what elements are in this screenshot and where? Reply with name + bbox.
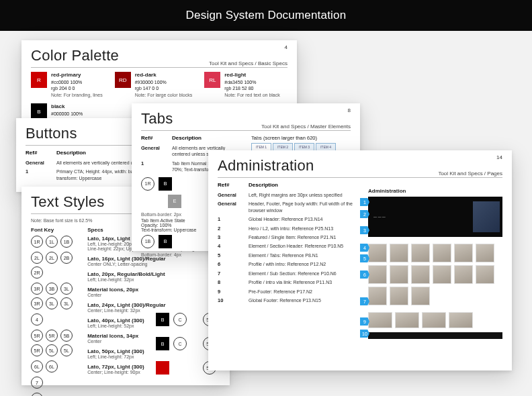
- table-row: 7Element / Sub Section: Reference P10.N6: [218, 270, 359, 277]
- spec-title: Lato, 20px, Regular/Bold/Light: [87, 271, 220, 277]
- swatch-chip: RL: [204, 72, 220, 88]
- spec-item: Lato, 24px, Light (300)/RegularCenter; L…: [87, 302, 220, 313]
- demo-chip: B: [159, 177, 172, 191]
- preview-heading: Administration: [368, 188, 502, 194]
- swatch-chip: RD: [115, 72, 131, 88]
- font-key-row: 5R5R5B5R5L5L: [31, 330, 75, 356]
- admin-rows: Ref#DescriptionGeneralLeft, Right margin…: [218, 182, 359, 303]
- col-header-fontkey: Font Key: [31, 227, 75, 233]
- demo-chip: E: [168, 195, 181, 208]
- page-number: 8: [348, 107, 351, 113]
- spec-title: Lato, 40px, Light (300): [87, 317, 220, 324]
- font-key: 2L: [31, 252, 43, 264]
- person-thumb: [368, 287, 387, 305]
- demo-chip: 1R: [141, 177, 154, 191]
- spec-title: Lato, 50px, Light (300): [87, 348, 220, 354]
- ref-marker: 3: [360, 226, 369, 234]
- spec-sub: Center ONLY; Letter-spacing: [87, 262, 220, 266]
- font-key: 3R: [31, 297, 43, 309]
- demo-chip-red: [156, 361, 169, 375]
- spec-item: Lato, 40px, Light (300)Left; Line-height…: [87, 317, 220, 328]
- spec-sub: Center: [87, 339, 220, 344]
- demo-chip-white: C: [173, 313, 187, 326]
- table-row: 6Profile / with intro: Reference P12.N2: [218, 261, 359, 267]
- wide-thumb: [422, 312, 446, 328]
- spec-title: Material Icons, 34px: [87, 333, 220, 339]
- font-key: 5B: [60, 330, 73, 342]
- font-key-row: 7: [31, 377, 75, 389]
- ref-marker: 1: [360, 198, 369, 206]
- demo-chip-black: B: [156, 337, 169, 350]
- font-key: 1L: [46, 236, 58, 248]
- font-key: 6L: [46, 360, 58, 373]
- table-row: 1Global Header: Reference P13.N14: [218, 216, 359, 222]
- ref-marker: 5: [360, 254, 369, 262]
- person-thumb: [390, 244, 408, 262]
- swatch-row: R red-primary #cc0000 100% rgb 204 0 0 N…: [31, 72, 287, 98]
- wide-thumb: [395, 312, 419, 328]
- breadcrumb: Tool Kit and Specs / Pages: [438, 170, 502, 177]
- person-thumb: [433, 265, 451, 284]
- table-row: 9Pre-Footer: Reference P17.N2: [218, 289, 359, 295]
- font-key: 3L: [60, 297, 73, 309]
- spec-item: Material Icons, 20pxCenter: [87, 287, 220, 297]
- font-key: 3R: [31, 283, 43, 295]
- ref-marker: 7: [360, 297, 369, 305]
- person-thumb: [411, 265, 430, 284]
- swatch-red-primary: R red-primary #cc0000 100% rgb 204 0 0 N…: [31, 72, 103, 98]
- font-key: 1B: [60, 236, 73, 248]
- table-row: 8Profile / intro via link: Reference P11…: [218, 279, 359, 285]
- hero-image: [473, 201, 500, 232]
- breadcrumb: Tool Kit and Specs / Basic Specs: [209, 60, 287, 66]
- table-row: 3Featured / Single Item: Reference P21.N…: [218, 234, 359, 240]
- font-key: 2B: [60, 252, 73, 264]
- font-key: 5R: [31, 344, 43, 356]
- spec-item: Lato, 50px, Light (300)Left; Line-height…: [87, 348, 220, 359]
- spec-item: Lato, 20px, Regular/Bold/LightLeft; Line…: [87, 271, 220, 282]
- ref-marker: 4: [360, 244, 369, 252]
- spec-item: Lato, 16px, Light (300)/RegularCenter ON…: [87, 256, 220, 266]
- spec-title: Lato, 24px, Light (300)/Regular: [87, 302, 220, 308]
- demo-chip-white: C: [173, 337, 187, 350]
- table-row: GeneralLeft, Right margins are 30px unle…: [218, 192, 359, 198]
- person-thumb: [368, 244, 387, 262]
- page-administration: 14 Administration Tool Kit and Specs / P…: [208, 150, 512, 370]
- admin-preview: Administration — — — 1 2 3 4 5 6 7 8 9: [368, 188, 502, 361]
- person-thumb: [411, 244, 430, 262]
- swatch-chip: R: [31, 72, 47, 88]
- tabs-caption: Tabs (screen larger than 620): [251, 135, 351, 141]
- table-row: GeneralHeader, Footer, Page body width: …: [218, 201, 359, 213]
- spec-item: Lato, 72px, Light (300)Center; Line-heig…: [87, 364, 220, 375]
- font-key-row: 2L2L2B2R: [31, 252, 75, 279]
- breadcrumb: Tool Kit and Specs / Master Elements: [261, 123, 351, 130]
- preview-footer: [368, 332, 502, 339]
- font-key: 8L: [31, 393, 43, 396]
- spec-title: Lato, 72px, Light (300): [87, 364, 220, 370]
- font-key: 1R: [31, 236, 43, 248]
- demo-chip: 1B: [141, 235, 154, 248]
- font-key: 7: [31, 377, 43, 389]
- spec-title: Material Icons, 20px: [87, 287, 220, 293]
- page-number: 4: [285, 44, 287, 50]
- spec-sub: Left; Line-height: 32px: [87, 277, 220, 282]
- font-key: 5L: [46, 344, 58, 356]
- font-key: 4: [31, 313, 43, 326]
- font-key: 3B: [46, 283, 58, 295]
- person-thumb: [390, 265, 408, 284]
- preview-hero: — — —: [368, 197, 502, 237]
- table-head: Ref#Description: [218, 182, 359, 189]
- font-key: 2R: [31, 266, 43, 279]
- table-row: 4Element / Section Header: Reference P10…: [218, 243, 359, 249]
- table-head: Ref# Description: [141, 135, 242, 142]
- page-number: 14: [496, 154, 502, 160]
- table-row: 2Hero / L2, with intro: Reference P25.N1…: [218, 226, 359, 232]
- spec-sub: Center; Line-height: 90px: [87, 370, 220, 375]
- person-thumb: [433, 244, 451, 262]
- spec-sub: Center: [87, 293, 220, 297]
- font-key-groups: 1R1L1B2L2L2B2R3R3B3L3R3L3L45R5R5B5R5L5L6…: [31, 236, 75, 396]
- table-row: 10Global Footer: Reference P13.N15: [218, 297, 359, 303]
- font-key: 5R: [46, 330, 58, 342]
- demo-chip-column: BC BC: [156, 310, 187, 379]
- ref-marker: 9: [360, 317, 369, 326]
- spec-sub: Left; Line-height: 72px: [87, 354, 220, 359]
